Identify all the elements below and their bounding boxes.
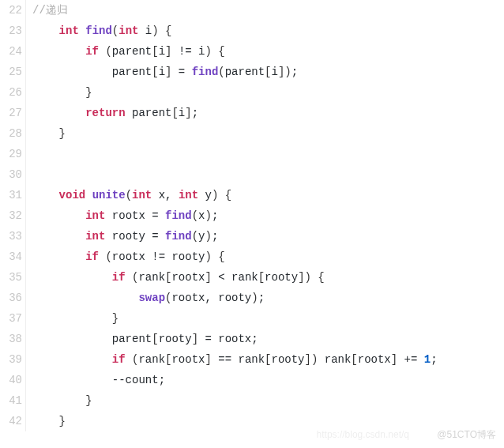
line-number: 29 <box>0 144 22 164</box>
line-number: 35 <box>0 267 22 288</box>
line-number: 42 <box>0 411 22 431</box>
code-line <box>32 144 504 164</box>
line-number: 31 <box>0 185 22 205</box>
code-line <box>32 164 504 185</box>
line-number-gutter: 2223242526272829303132333435363738394041… <box>0 0 26 431</box>
line-number: 30 <box>0 164 22 185</box>
line-number: 39 <box>0 349 22 370</box>
line-number: 40 <box>0 370 22 390</box>
code-line: } <box>32 411 504 431</box>
line-number: 41 <box>0 390 22 411</box>
line-number: 23 <box>0 21 22 41</box>
code-line: //递归 <box>32 0 504 21</box>
line-number: 37 <box>0 308 22 329</box>
code-line: } <box>32 390 504 411</box>
code-line: parent[rooty] = rootx; <box>32 329 504 349</box>
line-number: 24 <box>0 41 22 62</box>
line-number: 34 <box>0 247 22 267</box>
line-number: 25 <box>0 62 22 82</box>
line-number: 33 <box>0 226 22 247</box>
line-number: 27 <box>0 103 22 123</box>
code-line: } <box>32 308 504 329</box>
line-number: 32 <box>0 205 22 226</box>
code-block: 2223242526272829303132333435363738394041… <box>0 0 504 431</box>
code-line: int rootx = find(x); <box>32 205 504 226</box>
code-line: swap(rootx, rooty); <box>32 288 504 308</box>
line-number: 26 <box>0 82 22 103</box>
code-line: } <box>32 82 504 103</box>
code-line: int find(int i) { <box>32 21 504 41</box>
code-line: --count; <box>32 370 504 390</box>
code-line: if (parent[i] != i) { <box>32 41 504 62</box>
code-content: //递归 int find(int i) { if (parent[i] != … <box>26 0 504 431</box>
code-line: if (rank[rootx] < rank[rooty]) { <box>32 267 504 288</box>
line-number: 38 <box>0 329 22 349</box>
code-line: int rooty = find(y); <box>32 226 504 247</box>
line-number: 28 <box>0 123 22 144</box>
line-number: 22 <box>0 0 22 21</box>
code-line: if (rank[rootx] == rank[rooty]) rank[roo… <box>32 349 504 370</box>
code-line: parent[i] = find(parent[i]); <box>32 62 504 82</box>
code-line: return parent[i]; <box>32 103 504 123</box>
line-number: 36 <box>0 288 22 308</box>
code-line: } <box>32 123 504 144</box>
code-line: void unite(int x, int y) { <box>32 185 504 205</box>
code-line: if (rootx != rooty) { <box>32 247 504 267</box>
